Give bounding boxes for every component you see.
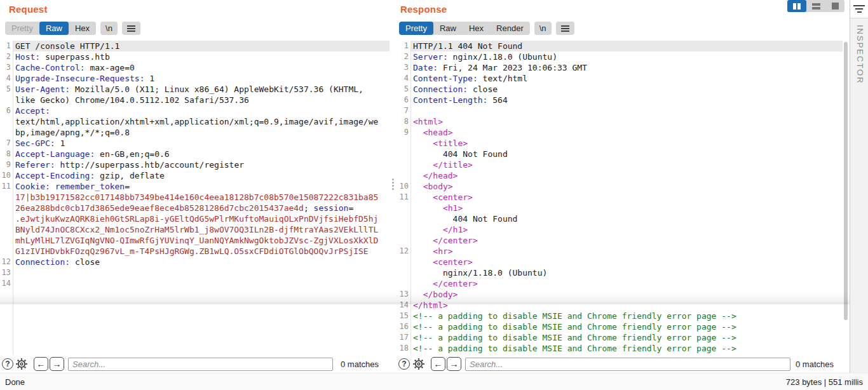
code-line: 15<!-- a padding to disable MSIE and Chr… [395, 311, 843, 321]
response-editor[interactable]: 1HTTP/1.1 404 Not Found2Server: nginx/1.… [395, 41, 843, 355]
response-newline-toggle-button[interactable]: \n [534, 22, 552, 35]
gutter-divider [410, 41, 411, 355]
request-search-input[interactable] [68, 358, 333, 371]
tab-pretty[interactable]: Pretty [5, 22, 39, 35]
code-line: 5Connection: close [395, 84, 843, 95]
next-match-button[interactable]: → [50, 357, 64, 371]
line-number: 4 [0, 73, 13, 84]
response-tab-group: PrettyRawHexRender [399, 22, 530, 35]
line-number [395, 149, 410, 159]
code-line: 6Accept: [0, 105, 390, 116]
code-line: 14</html> [395, 300, 843, 311]
code-line: 2Host: superpass.htb [0, 51, 390, 62]
code-line: 3Cache-Control: max-age=0 [0, 62, 390, 73]
line-number: 16 [395, 321, 410, 332]
response-panel: Response PrettyRawHexRender \n 1HTTP/1.1… [395, 0, 848, 373]
line-number: 9 [0, 159, 13, 170]
response-search-input[interactable] [465, 358, 790, 371]
tab-raw[interactable]: Raw [39, 22, 69, 35]
line-number: 4 [395, 73, 410, 84]
code-line: 10 <body> [395, 181, 843, 192]
code-line: 16<!-- a padding to disable MSIE and Chr… [395, 321, 843, 332]
request-tab-row: PrettyRawHex \n [5, 22, 140, 35]
line-number: 6 [0, 105, 13, 116]
line-number [395, 257, 410, 267]
layout-split-columns-button[interactable] [787, 0, 806, 12]
request-tab-group: PrettyRawHex [5, 22, 96, 35]
code-line: 1HTTP/1.1 404 Not Found [395, 41, 843, 51]
line-number [0, 213, 13, 224]
layout-single-panel-button[interactable] [825, 0, 844, 12]
code-line: </head> [395, 170, 843, 181]
code-line: 1GET /console HTTP/1.1 [0, 41, 390, 51]
code-line: 18<!-- a padding to disable MSIE and Chr… [395, 343, 843, 354]
line-number: 3 [395, 62, 410, 73]
code-line: </center> [395, 235, 843, 246]
request-panel: Request PrettyRawHex \n 1GET /console HT… [0, 0, 390, 373]
line-number [395, 278, 410, 289]
request-find-bar: ? ← → 0 matches [0, 356, 390, 372]
repeater-view: Request PrettyRawHex \n 1GET /console HT… [0, 0, 868, 390]
previous-match-button[interactable]: ← [431, 357, 445, 371]
code-line: </h1> [395, 224, 843, 235]
line-number: 7 [395, 105, 410, 116]
response-tab-row: PrettyRawHexRender \n [399, 22, 574, 35]
line-number: 1 [0, 41, 13, 51]
response-scrollbar-thumb[interactable] [844, 42, 848, 320]
line-number: 2 [0, 51, 13, 62]
code-line: 6Content-Length: 564 [395, 95, 843, 105]
columns-icon [793, 3, 796, 10]
response-metrics: 723 bytes | 551 millis [786, 377, 863, 387]
code-line: <center> [395, 257, 843, 267]
help-icon[interactable]: ? [2, 358, 13, 370]
request-editor[interactable]: 1GET /console HTTP/1.12Host: superpass.h… [0, 41, 390, 355]
search-settings-gear-icon[interactable] [412, 358, 425, 370]
layout-split-rows-button[interactable] [806, 0, 825, 12]
code-line: <h1> [395, 203, 843, 213]
request-menu-button[interactable] [122, 22, 140, 35]
tab-raw[interactable]: Raw [433, 22, 463, 35]
code-line: G1zIVIHDvbkFOzqQz967vL_m-T4PsHJgRGWg.ZB1… [0, 246, 390, 257]
line-number [395, 267, 410, 278]
line-number: 10 [395, 181, 410, 192]
response-menu-button[interactable] [556, 22, 574, 35]
status-text: Done [5, 377, 25, 387]
code-line: 11 <center> [395, 192, 843, 203]
code-line: 17|b3b19171582cc017148bb7349be414e160c4e… [0, 192, 390, 203]
inspector-toggle-button[interactable] [850, 0, 868, 18]
search-settings-gear-icon[interactable] [15, 358, 28, 370]
line-number: 15 [395, 311, 410, 321]
tab-pretty[interactable]: Pretty [399, 22, 433, 35]
code-line: 8<html> [395, 116, 843, 127]
line-number: 11 [395, 192, 410, 203]
panel-splitter[interactable] [390, 0, 395, 373]
code-line: 13 </body> [395, 289, 843, 300]
line-number [395, 235, 410, 246]
response-panel-title: Response [400, 4, 447, 15]
status-bar: Done 723 bytes | 551 millis [0, 373, 868, 390]
response-match-count: 0 matches [796, 360, 834, 369]
code-line: 404 Not Found [395, 149, 843, 159]
tab-render[interactable]: Render [490, 22, 530, 35]
inspector-label: INSPECTOR [855, 25, 865, 84]
next-match-button[interactable]: → [447, 357, 461, 371]
layout-toggle-group [787, 0, 844, 12]
previous-match-button[interactable]: ← [34, 357, 48, 371]
inspector-sidebar[interactable]: INSPECTOR [850, 0, 868, 373]
code-line: mhLyMlHL7lZVGIqNgVNO-QImwRfGjYUVinqY_Uan… [0, 235, 390, 246]
code-line: 9 <head> [395, 127, 843, 138]
line-number: 8 [395, 116, 410, 127]
line-number: 14 [395, 300, 410, 311]
tab-hex[interactable]: Hex [69, 22, 96, 35]
code-line: 4Content-Type: text/html [395, 73, 843, 84]
code-line: text/html,application/xhtml+xml,applicat… [0, 116, 390, 127]
code-line: <title> [395, 138, 843, 149]
tab-hex[interactable]: Hex [463, 22, 490, 35]
line-number [0, 203, 13, 213]
gutter-divider [13, 41, 13, 355]
code-line: 12Connection: close [0, 257, 390, 267]
line-number [0, 246, 13, 257]
request-newline-toggle-button[interactable]: \n [100, 22, 118, 35]
rows-icon [812, 3, 820, 10]
help-icon[interactable]: ? [398, 358, 410, 370]
